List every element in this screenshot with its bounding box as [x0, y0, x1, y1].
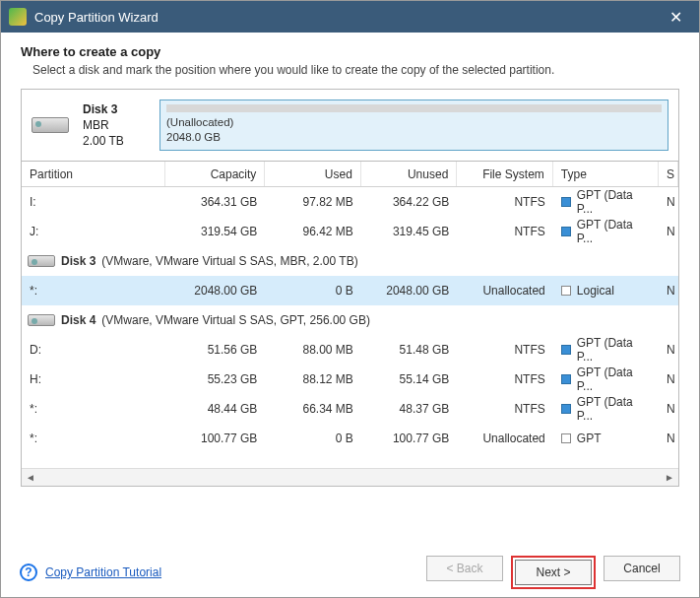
col-filesystem[interactable]: File System: [457, 162, 552, 186]
table-row[interactable]: I: 364.31 GB 97.82 MB 364.22 GB NTFS GPT…: [22, 187, 678, 217]
table-row[interactable]: *: 48.44 GB 66.34 MB 48.37 GB NTFS GPT (…: [22, 394, 678, 424]
table-row[interactable]: *: 2048.00 GB 0 B 2048.00 GB Unallocated…: [22, 276, 678, 305]
allocation-bar: [166, 104, 662, 112]
cancel-button[interactable]: Cancel: [604, 556, 680, 581]
back-button[interactable]: < Back: [426, 556, 503, 581]
col-unused[interactable]: Unused: [361, 162, 457, 186]
allocation-box[interactable]: (Unallocated) 2048.0 GB: [159, 100, 668, 151]
alloc-label: (Unallocated): [166, 116, 233, 128]
col-used[interactable]: Used: [265, 162, 360, 186]
table-row[interactable]: D: 51.56 GB 88.00 MB 51.48 GB NTFS GPT (…: [22, 335, 678, 365]
table-row[interactable]: *: 100.77 GB 0 B 100.77 GB Unallocated G…: [22, 424, 678, 453]
titlebar: Copy Partition Wizard ✕: [1, 1, 699, 33]
window-title: Copy Partition Wizard: [34, 10, 660, 25]
page-heading: Where to create a copy: [21, 44, 679, 59]
partition-table: Partition Capacity Used Unused File Syst…: [21, 162, 679, 487]
disk-icon: [28, 314, 55, 326]
target-disk-panel[interactable]: Disk 3 MBR 2.00 TB (Unallocated) 2048.0 …: [21, 89, 679, 162]
app-icon: [9, 8, 27, 26]
help-area: ? Copy Partition Tutorial: [20, 564, 161, 581]
next-button[interactable]: Next >: [515, 560, 592, 585]
disk-info: Disk 3 MBR 2.00 TB: [83, 101, 146, 150]
help-link[interactable]: Copy Partition Tutorial: [45, 565, 161, 579]
close-icon[interactable]: ✕: [660, 8, 691, 27]
wizard-header: Where to create a copy Select a disk and…: [1, 33, 699, 89]
table-row[interactable]: H: 55.23 GB 88.12 MB 55.14 GB NTFS GPT (…: [22, 365, 678, 394]
footer: ? Copy Partition Tutorial < Back Next > …: [0, 547, 700, 598]
col-capacity[interactable]: Capacity: [165, 162, 265, 186]
horizontal-scrollbar[interactable]: ◄ ►: [22, 468, 678, 486]
col-partition[interactable]: Partition: [22, 162, 165, 186]
table-row[interactable]: J: 319.54 GB 96.42 MB 319.45 GB NTFS GPT…: [22, 217, 678, 246]
alloc-size: 2048.0 GB: [166, 131, 221, 143]
page-subheading: Select a disk and mark the position wher…: [32, 63, 679, 77]
disk-group[interactable]: Disk 3(VMware, VMware Virtual S SAS, MBR…: [22, 246, 678, 276]
col-type[interactable]: Type: [553, 162, 659, 186]
table-header: Partition Capacity Used Unused File Syst…: [22, 162, 678, 187]
disk-icon: [32, 117, 69, 133]
disk-icon: [28, 255, 55, 267]
scroll-right-icon[interactable]: ►: [663, 471, 676, 485]
help-icon[interactable]: ?: [20, 564, 37, 581]
col-s[interactable]: S: [659, 162, 678, 186]
disk-group[interactable]: Disk 4(VMware, VMware Virtual S SAS, GPT…: [22, 305, 678, 335]
scroll-left-icon[interactable]: ◄: [24, 471, 37, 485]
